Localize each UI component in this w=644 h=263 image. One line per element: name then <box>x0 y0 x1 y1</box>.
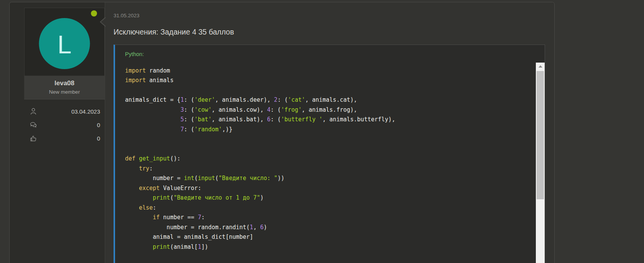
scrollbar-up-button[interactable] <box>536 63 545 71</box>
likes-icon <box>29 134 38 142</box>
code-scroll-area[interactable]: import randomimport animals animals_dict… <box>115 62 545 263</box>
post-author-sidebar: L leva08 New member 03.04.2023 <box>10 2 105 263</box>
vertical-scrollbar[interactable] <box>536 63 545 263</box>
forum-page: { "post": { "date": "31.05.2023", "title… <box>0 0 644 263</box>
forum-post-card: L leva08 New member 03.04.2023 <box>9 2 555 263</box>
messages-icon <box>29 121 38 129</box>
avatar-box: L <box>24 8 105 76</box>
messages-count: 0 <box>97 122 100 128</box>
likes-count: 0 <box>97 135 100 142</box>
avatar[interactable]: L <box>39 18 90 69</box>
stat-row-joined: 03.04.2023 <box>24 106 105 117</box>
scrollbar-thumb[interactable] <box>537 71 544 199</box>
code-language-label: Python: <box>115 45 545 62</box>
post-date: 31.05.2023 <box>114 13 545 18</box>
stat-row-messages: 0 <box>24 119 105 131</box>
message-arrow <box>100 17 105 27</box>
post-title: Исключения: Задание 4 35 баллов <box>114 28 545 36</box>
code-text: import randomimport animals animals_dict… <box>115 62 545 260</box>
member-icon <box>29 107 38 116</box>
online-status-dot <box>91 10 97 17</box>
scroll-up-arrow-icon <box>539 65 542 68</box>
user-title-bar: leva08 New member <box>24 76 105 99</box>
post-content-cell: 31.05.2023 Исключения: Задание 4 35 балл… <box>105 2 554 263</box>
code-block: Python: import randomimport animals anim… <box>114 45 545 263</box>
username-link[interactable]: leva08 <box>26 79 103 87</box>
joined-date-value: 03.04.2023 <box>71 108 100 115</box>
avatar-letter: L <box>58 32 72 57</box>
stat-row-likes: 0 <box>24 132 105 144</box>
user-role: New member <box>26 89 103 95</box>
user-stats: 03.04.2023 0 0 <box>24 99 105 144</box>
